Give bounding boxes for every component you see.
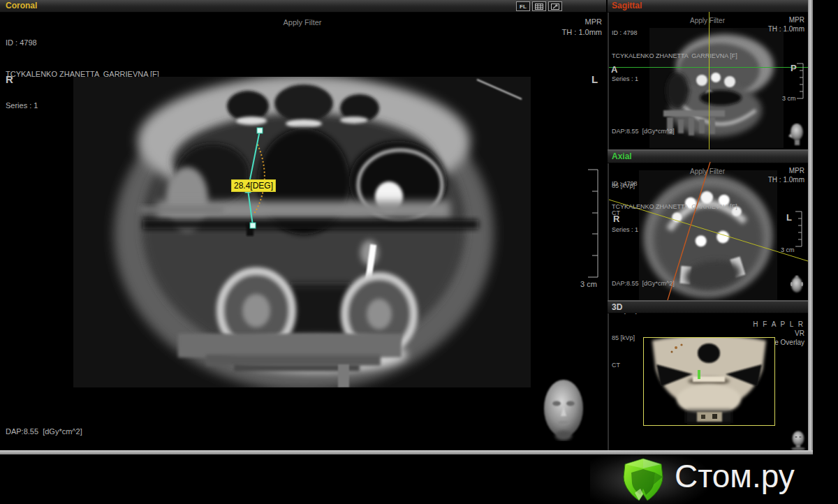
dose-dap: DAP:8.55 [dGy*cm^2] [6, 427, 82, 436]
patient-name: TCYKALENKO ZHANETTA GARRIEVNA [F] [612, 52, 737, 60]
patient-series: Series : 1 [612, 75, 737, 83]
sagittal-header-bar: Sagittal [608, 0, 808, 13]
sagittal-patient-info: ID : 4798 TCYKALENKO ZHANETTA GARRIEVNA … [612, 14, 737, 98]
orientation-marker-l: L [591, 73, 598, 85]
axial-header-bar: Axial [608, 151, 808, 163]
3d-orientation-string: H F A P L R [753, 320, 804, 329]
orientation-head-front-icon [539, 377, 588, 441]
sagittal-mode-block: MPR TH : 1.0mm [768, 15, 804, 34]
orientation-marker-a: A [611, 64, 617, 75]
3d-volume-render[interactable] [643, 337, 775, 426]
axial-apply-filter[interactable]: Apply Filter [690, 168, 725, 175]
coronal-scale-label: 3 cm [580, 280, 597, 288]
axial-mode-block: MPR TH : 1.0mm [768, 166, 804, 184]
thickness-label: TH : 1.0mm [768, 175, 804, 184]
maximize-icon [551, 3, 559, 10]
brand-wordmark: Стом.ру [675, 457, 795, 495]
axial-scale-label: 3 cm [781, 246, 795, 253]
sagittal-apply-filter[interactable]: Apply Filter [690, 17, 725, 24]
sagittal-scale-label: 3 cm [782, 95, 796, 102]
brand-strip: Стом.ру [0, 454, 838, 504]
orientation-head-profile-icon [788, 123, 804, 147]
tooth-logo-icon [620, 458, 666, 501]
orientation-head-top-icon [789, 275, 804, 295]
patient-id: ID : 4798 [612, 29, 737, 37]
patient-name: TCYKALENKO ZHANETTA GARRIEVNA [F] [612, 203, 737, 211]
flip-button-label: FL [520, 3, 527, 10]
coronal-toolbar: FL [516, 1, 562, 11]
panel-sagittal: Sagittal [608, 0, 808, 149]
orientation-marker-l: L [786, 212, 792, 223]
viewer-root: Coronal FL [0, 0, 838, 504]
coronal-scale-ruler [585, 169, 601, 279]
patient-id: ID : 4798 [6, 38, 159, 48]
mode-label: MPR [768, 166, 804, 175]
patient-id: ID : 4798 [612, 180, 737, 188]
dose-dap: DAP:8.55 [dGy*cm^2] [612, 127, 675, 136]
sagittal-title: Sagittal [612, 0, 642, 11]
thickness-label: TH : 1.0mm [562, 27, 602, 38]
axial-title: Axial [612, 151, 632, 162]
axial-scale-ruler [793, 211, 804, 249]
sagittal-scale-ruler [795, 63, 806, 101]
dose-dap: DAP:8.55 [dGy*cm^2] [612, 279, 675, 288]
layout-grid-icon [535, 3, 543, 10]
panel-coronal: Coronal FL [0, 0, 606, 450]
mode-label: MPR [768, 15, 804, 24]
coronal-apply-filter[interactable]: Apply Filter [283, 18, 321, 27]
patient-series: Series : 1 [612, 226, 737, 234]
mode-label: MPR [562, 17, 602, 27]
flip-button[interactable]: FL [516, 1, 530, 11]
3d-skull-render [644, 338, 774, 425]
axial-patient-info: ID : 4798 TCYKALENKO ZHANETTA GARRIEVNA … [612, 165, 737, 249]
3d-title: 3D [612, 302, 622, 313]
orientation-marker-r: R [6, 73, 13, 85]
coronal-mode-block: MPR TH : 1.0mm [562, 17, 602, 38]
coronal-ct-render [73, 77, 531, 387]
3d-header-bar: 3D [608, 302, 808, 313]
coronal-title: Coronal [6, 0, 37, 11]
thickness-label: TH : 1.0mm [768, 24, 804, 34]
layout-grid-button[interactable] [532, 1, 546, 11]
coronal-header-bar: Coronal FL [0, 0, 606, 13]
orientation-marker-r: R [613, 214, 619, 224]
panel-3d: 3D H F A P L R VR tline Overlay [608, 302, 808, 454]
maximize-button[interactable] [548, 1, 562, 11]
vertical-scrollbar[interactable] [808, 0, 813, 454]
orientation-head-front-small-icon [790, 430, 807, 451]
angle-value-label[interactable]: 28.4[DEG] [231, 179, 276, 192]
panel-axial: Axial [608, 151, 808, 300]
coronal-ct-image[interactable] [73, 77, 531, 387]
